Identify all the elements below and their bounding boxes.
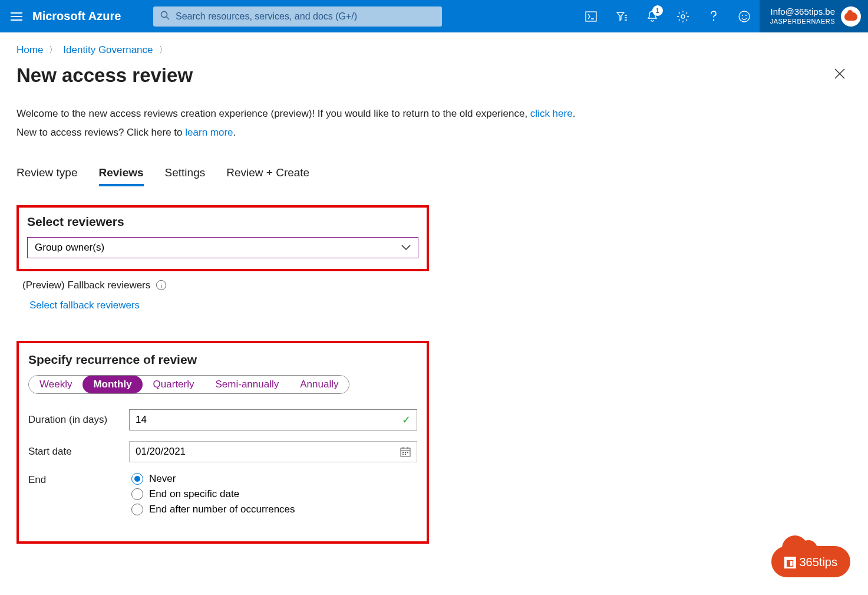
account-email: Info@365tips.be	[770, 6, 835, 18]
select-reviewers-section: Select reviewers Group owner(s)	[16, 205, 429, 271]
chevron-down-icon	[401, 242, 411, 254]
start-date-value: 01/20/2021	[136, 446, 186, 458]
radio-end-specific-date[interactable]: End on specific date	[131, 488, 295, 500]
recurrence-heading: Specify recurrence of review	[28, 353, 417, 367]
logo-text: 365tips	[800, 555, 838, 569]
radio-icon	[131, 488, 143, 500]
radio-end-after-occurrences[interactable]: End after number of occurrences	[131, 504, 295, 515]
intro-text: Welcome to the new access reviews creati…	[16, 104, 665, 143]
select-reviewers-heading: Select reviewers	[27, 215, 418, 229]
svg-rect-15	[402, 453, 404, 455]
svg-point-0	[161, 11, 167, 17]
radio-icon-selected	[131, 473, 143, 485]
chevron-right-icon: 〉	[49, 45, 57, 55]
end-label: End	[28, 473, 131, 486]
pill-semi-annually[interactable]: Semi-annually	[205, 376, 290, 393]
close-button[interactable]	[829, 63, 850, 88]
feedback-button[interactable]	[729, 0, 760, 32]
account-directory: JASPERBERNAERS	[770, 18, 835, 26]
365tips-logo: ◧ 365tips	[771, 546, 851, 577]
duration-label: Duration (in days)	[28, 414, 129, 426]
recurrence-section: Specify recurrence of review Weekly Mont…	[16, 341, 429, 544]
svg-line-1	[167, 17, 170, 19]
page-title: New access review	[16, 64, 193, 87]
svg-point-7	[745, 15, 747, 16]
top-bar: Microsoft Azure 1 Info@365tips.be	[0, 0, 868, 32]
svg-rect-16	[405, 453, 406, 455]
fallback-reviewers-label-row: (Preview) Fallback reviewers i	[22, 280, 850, 291]
tab-review-create[interactable]: Review + Create	[226, 166, 309, 186]
click-here-link[interactable]: click here	[530, 108, 573, 119]
avatar	[841, 6, 861, 27]
office-icon: ◧	[784, 557, 796, 568]
pill-annually[interactable]: Annually	[289, 376, 349, 393]
radio-never[interactable]: Never	[131, 473, 295, 485]
tab-reviews[interactable]: Reviews	[99, 166, 144, 186]
breadcrumb: Home 〉 Identity Governance 〉	[16, 44, 850, 56]
start-date-input[interactable]: 01/20/2021	[129, 441, 417, 462]
chevron-right-icon: 〉	[159, 45, 167, 55]
radio-icon	[131, 504, 143, 515]
tab-review-type[interactable]: Review type	[16, 166, 78, 186]
duration-input[interactable]: 14 ✓	[129, 409, 417, 430]
breadcrumb-home[interactable]: Home	[16, 44, 43, 56]
radio-never-label: Never	[149, 473, 176, 485]
help-button[interactable]	[698, 0, 729, 32]
svg-rect-13	[405, 452, 406, 453]
breadcrumb-identity-governance[interactable]: Identity Governance	[63, 44, 153, 56]
svg-point-3	[681, 15, 685, 18]
settings-button[interactable]	[668, 0, 698, 32]
radio-end-specific-label: End on specific date	[149, 488, 239, 500]
notifications-button[interactable]: 1	[637, 0, 668, 32]
hamburger-menu-button[interactable]	[0, 12, 32, 21]
tab-settings[interactable]: Settings	[165, 166, 206, 186]
notification-badge: 1	[652, 5, 663, 16]
topbar-actions: 1 Info@365tips.be JASPERBERNAERS	[576, 0, 868, 32]
tabs: Review type Reviews Settings Review + Cr…	[16, 166, 850, 186]
brand-label: Microsoft Azure	[32, 9, 153, 23]
calendar-icon	[400, 446, 411, 457]
account-button[interactable]: Info@365tips.be JASPERBERNAERS	[760, 0, 868, 32]
search-input[interactable]	[176, 11, 435, 22]
recurrence-pills: Weekly Monthly Quarterly Semi-annually A…	[28, 375, 349, 394]
info-icon[interactable]: i	[156, 280, 166, 290]
svg-point-6	[742, 15, 743, 16]
cloud-shell-button[interactable]	[576, 0, 606, 32]
svg-rect-14	[407, 452, 408, 453]
radio-end-after-label: End after number of occurrences	[149, 504, 295, 515]
pill-monthly[interactable]: Monthly	[82, 376, 142, 393]
fallback-reviewers-label: (Preview) Fallback reviewers	[22, 280, 150, 291]
directory-filter-button[interactable]	[606, 0, 637, 32]
duration-value: 14	[136, 414, 147, 426]
svg-rect-12	[402, 452, 404, 453]
reviewers-select[interactable]: Group owner(s)	[27, 237, 418, 258]
search-icon	[160, 11, 170, 22]
check-icon: ✓	[402, 413, 411, 426]
svg-rect-2	[586, 12, 596, 21]
start-date-label: Start date	[28, 446, 129, 458]
pill-weekly[interactable]: Weekly	[29, 376, 82, 393]
svg-point-5	[739, 11, 750, 22]
select-fallback-reviewers-link[interactable]: Select fallback reviewers	[29, 300, 140, 311]
global-search[interactable]	[153, 6, 442, 27]
learn-more-link[interactable]: learn more	[185, 127, 233, 138]
svg-point-4	[712, 19, 714, 20]
reviewers-select-value: Group owner(s)	[35, 242, 104, 254]
end-radio-group: Never End on specific date End after num…	[131, 473, 295, 515]
pill-quarterly[interactable]: Quarterly	[143, 376, 205, 393]
